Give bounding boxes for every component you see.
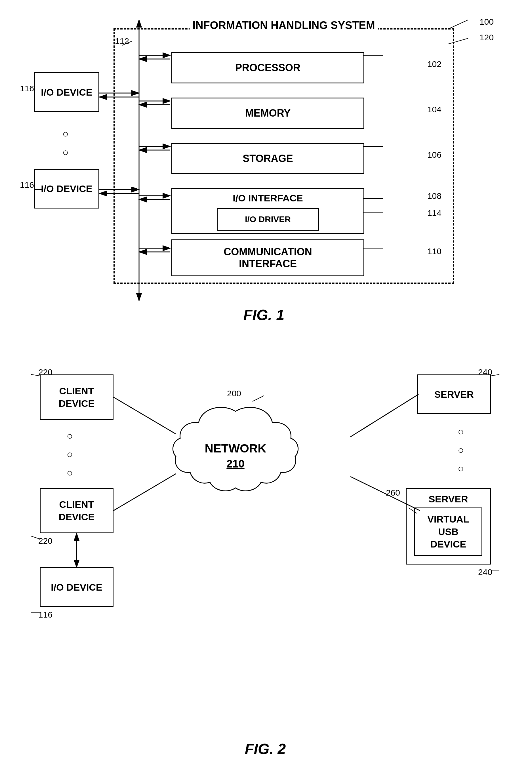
io-device-bottom: I/O DEVICE	[34, 169, 99, 208]
server-bottom: SERVER VIRTUAL USB DEVICE	[406, 488, 491, 565]
ref-108: 108	[427, 191, 442, 201]
io-driver-box: I/O DRIVER	[217, 208, 319, 231]
ref-260: 260	[386, 488, 400, 498]
fig2-label: FIG. 2	[245, 740, 286, 757]
io-interface-box: I/O INTERFACE I/O DRIVER	[171, 188, 364, 234]
fig1-label: FIG. 1	[243, 306, 284, 323]
io-device-top: I/O DEVICE	[34, 72, 99, 112]
ref-240-top: 240	[478, 367, 492, 377]
page: INFORMATION HANDLING SYSTEM PROCESSOR 10…	[0, 0, 532, 775]
ihs-title: INFORMATION HANDLING SYSTEM	[189, 19, 378, 31]
ihs-box: INFORMATION HANDLING SYSTEM PROCESSOR 10…	[113, 28, 454, 284]
ref-200: 200	[227, 389, 241, 398]
network-cloud-svg: NETWORK 210	[164, 397, 307, 505]
storage-box: STORAGE	[171, 143, 364, 174]
svg-line-39	[351, 394, 419, 437]
ref-100: 100	[480, 17, 494, 27]
svg-line-27	[448, 20, 468, 29]
ref-114: 114	[427, 208, 442, 218]
io-device-fig2: I/O DEVICE	[40, 567, 113, 607]
virtual-usb-box: VIRTUAL USB DEVICE	[414, 508, 482, 556]
fig1-container: INFORMATION HANDLING SYSTEM PROCESSOR 10…	[34, 17, 494, 323]
svg-text:NETWORK: NETWORK	[205, 442, 267, 455]
processor-box: PROCESSOR	[171, 52, 364, 83]
ref-106: 106	[427, 150, 442, 160]
dots-right: ○ ○ ○	[458, 423, 464, 478]
client-device-bottom: CLIENT DEVICE	[40, 488, 113, 533]
ref-120: 120	[480, 33, 494, 42]
client-device-top: CLIENT DEVICE	[40, 374, 113, 420]
dots-2: ○ ○ ○	[67, 427, 73, 482]
ref-220-top: 220	[38, 367, 52, 377]
svg-text:210: 210	[226, 458, 244, 470]
fig2-container: CLIENT DEVICE 220 ○ ○ ○ CLIENT DEVICE 22…	[17, 346, 514, 760]
ref-116-top: 116	[20, 84, 34, 93]
network-cloud-container: NETWORK 210	[164, 397, 307, 505]
server-top: SERVER	[417, 374, 491, 414]
ref-220-bottom: 220	[38, 536, 52, 546]
ref-240-bottom: 240	[478, 567, 492, 577]
comm-interface-box: COMMUNICATION INTERFACE	[171, 239, 364, 276]
ref-104: 104	[427, 105, 442, 114]
ref-112: 112	[115, 36, 129, 46]
ref-116-bottom: 116	[20, 180, 34, 190]
ref-116-fig2: 116	[38, 610, 52, 620]
ref-102: 102	[427, 59, 442, 69]
ref-110: 110	[427, 246, 442, 256]
memory-box: MEMORY	[171, 98, 364, 129]
